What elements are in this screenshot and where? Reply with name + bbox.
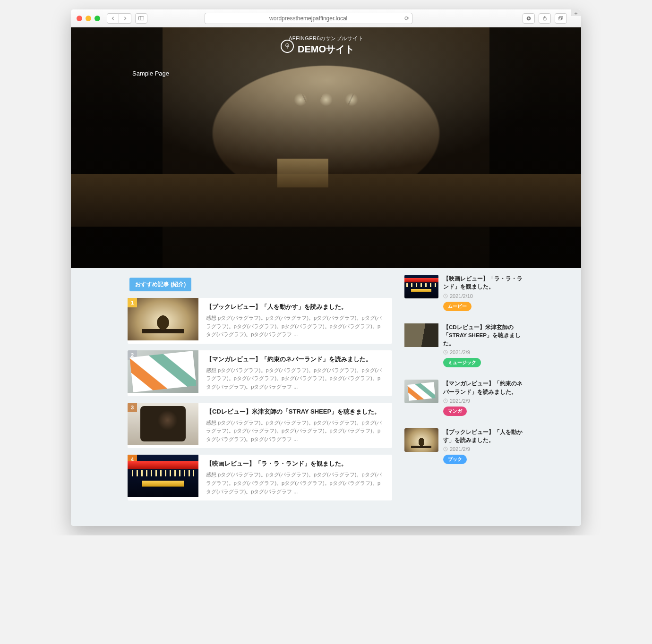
- sidebar-thumbnail: [404, 275, 438, 298]
- clock-icon: [443, 447, 448, 451]
- category-tag[interactable]: ミュージック: [443, 358, 481, 367]
- post-thumbnail: 1: [128, 298, 198, 340]
- site-header: AFFINGER6のサンプルサイト DEMOサイト: [71, 35, 581, 56]
- post-item[interactable]: 3【CDレビュー】米津玄師の「STRAY SHEEP」を聴きました。感想 pタグ…: [128, 403, 392, 449]
- forward-button[interactable]: [119, 13, 131, 24]
- site-title[interactable]: DEMOサイト: [71, 43, 581, 56]
- post-item[interactable]: 4【映画レビュー】「ラ・ラ・ランド」を観ました。感想 pタグ(パラグラフ)。pタ…: [128, 455, 392, 500]
- post-excerpt: 感想 pタグ(パラグラフ)。pタグ(パラグラフ)。pタグ(パラグラフ)。pタグ(…: [206, 419, 386, 444]
- svg-rect-5: [559, 16, 563, 19]
- browser-toolbar: wordpressthemejpaffinger.local ⟳ ＋: [71, 9, 581, 27]
- browser-window: wordpressthemejpaffinger.local ⟳ ＋: [71, 9, 581, 526]
- main-column: おすすめ記事 (紹介) 1【ブックレビュー】「人を動かす」を読みました。感想 p…: [128, 275, 392, 507]
- content-area: おすすめ記事 (紹介) 1【ブックレビュー】「人を動かす」を読みました。感想 p…: [71, 268, 581, 526]
- url-text: wordpressthemejpaffinger.local: [269, 15, 347, 22]
- post-excerpt: 感想 pタグ(パラグラフ)。pタグ(パラグラフ)。pタグ(パラグラフ)。pタグ(…: [206, 314, 386, 339]
- recommend-badge: おすすめ記事 (紹介): [129, 278, 191, 291]
- nav-buttons: [107, 13, 131, 24]
- hero-banner: AFFINGER6のサンプルサイト DEMOサイト Sample Page: [71, 27, 581, 268]
- post-date: 2021/2/10: [443, 293, 524, 299]
- post-body: 【映画レビュー】「ラ・ラ・ランド」を観ました。感想 pタグ(パラグラフ)。pタグ…: [206, 455, 392, 500]
- clock-icon: [443, 398, 448, 403]
- post-thumbnail: 3: [128, 403, 198, 445]
- sidebar-icon: [138, 16, 144, 20]
- post-title[interactable]: 【CDレビュー】米津玄師の「STRAY SHEEP」を聴きました。: [206, 407, 386, 416]
- post-title[interactable]: 【マンガレビュー】「約束のネバーランド」を読みました。: [206, 355, 386, 364]
- sidebar-post[interactable]: 【マンガレビュー】「約束のネバーランド」を読みました。2021/2/9マンガ: [404, 380, 524, 416]
- minimize-window-button[interactable]: [86, 16, 91, 21]
- site-tagline: AFFINGER6のサンプルサイト: [71, 35, 581, 42]
- post-excerpt: 感想 pタグ(パラグラフ)。pタグ(パラグラフ)。pタグ(パラグラフ)。pタグ(…: [206, 471, 386, 496]
- post-thumbnail: 2: [128, 350, 198, 393]
- post-item[interactable]: 1【ブックレビュー】「人を動かす」を読みました。感想 pタグ(パラグラフ)。pタ…: [128, 298, 392, 344]
- post-item[interactable]: 2【マンガレビュー】「約束のネバーランド」を読みました。感想 pタグ(パラグラフ…: [128, 350, 392, 396]
- reload-icon[interactable]: ⟳: [404, 15, 409, 22]
- site-logo-icon[interactable]: [281, 40, 294, 53]
- post-date: 2021/2/9: [443, 349, 524, 355]
- clock-icon: [443, 350, 448, 355]
- post-date: 2021/2/9: [443, 446, 524, 452]
- new-tab-button[interactable]: ＋: [571, 9, 581, 16]
- rank-badge: 1: [128, 298, 137, 307]
- share-icon: [542, 16, 547, 21]
- post-thumbnail: 4: [128, 455, 198, 497]
- share-button[interactable]: [539, 13, 551, 24]
- zoom-window-button[interactable]: [94, 16, 100, 21]
- post-body: 【ブックレビュー】「人を動かす」を読みました。感想 pタグ(パラグラフ)。pタグ…: [206, 298, 392, 344]
- traffic-lights: [77, 16, 100, 21]
- sidebar-post-title[interactable]: 【CDレビュー】米津玄師の「STRAY SHEEP」を聴きました。: [443, 323, 524, 348]
- sidebar-post[interactable]: 【ブックレビュー】「人を動かす」を読みました。2021/2/9ブック: [404, 428, 524, 465]
- tabs-button[interactable]: [555, 13, 567, 24]
- sidebar-toggle-button[interactable]: [135, 13, 147, 24]
- chevron-right-icon: [123, 17, 127, 20]
- sidebar-list: 【映画レビュー】「ラ・ラ・ランド」を観ました。2021/2/10ムービー【CDレ…: [404, 275, 524, 464]
- address-bar[interactable]: wordpressthemejpaffinger.local ⟳: [205, 13, 412, 24]
- post-list: 1【ブックレビュー】「人を動かす」を読みました。感想 pタグ(パラグラフ)。pタ…: [128, 298, 392, 500]
- nav-sample-page[interactable]: Sample Page: [132, 70, 169, 77]
- tabs-icon: [558, 16, 563, 21]
- sidebar-body: 【映画レビュー】「ラ・ラ・ランド」を観ました。2021/2/10ムービー: [443, 275, 524, 311]
- sidebar-body: 【CDレビュー】米津玄師の「STRAY SHEEP」を聴きました。2021/2/…: [443, 323, 524, 368]
- sidebar-post[interactable]: 【映画レビュー】「ラ・ラ・ランド」を観ました。2021/2/10ムービー: [404, 275, 524, 311]
- svg-rect-4: [558, 17, 562, 20]
- clock-icon: [443, 294, 448, 298]
- sidebar-body: 【ブックレビュー】「人を動かす」を読みました。2021/2/9ブック: [443, 428, 524, 465]
- category-tag[interactable]: ムービー: [443, 302, 472, 311]
- back-button[interactable]: [107, 13, 119, 24]
- sidebar: 【映画レビュー】「ラ・ラ・ランド」を観ました。2021/2/10ムービー【CDレ…: [404, 275, 524, 507]
- post-excerpt: 感想 pタグ(パラグラフ)。pタグ(パラグラフ)。pタグ(パラグラフ)。pタグ(…: [206, 366, 386, 391]
- sidebar-thumbnail: [404, 380, 438, 403]
- sidebar-post-title[interactable]: 【映画レビュー】「ラ・ラ・ランド」を観ました。: [443, 275, 524, 291]
- rank-badge: 2: [128, 350, 137, 360]
- post-body: 【CDレビュー】米津玄師の「STRAY SHEEP」を聴きました。感想 pタグ(…: [206, 403, 392, 449]
- sidebar-post[interactable]: 【CDレビュー】米津玄師の「STRAY SHEEP」を聴きました。2021/2/…: [404, 323, 524, 368]
- sidebar-body: 【マンガレビュー】「約束のネバーランド」を読みました。2021/2/9マンガ: [443, 380, 524, 416]
- post-title[interactable]: 【映画レビュー】「ラ・ラ・ランド」を観ました。: [206, 459, 386, 468]
- category-tag[interactable]: マンガ: [443, 407, 467, 416]
- category-tag[interactable]: ブック: [443, 455, 467, 464]
- toolbar-right: [523, 13, 567, 24]
- rank-badge: 3: [128, 403, 137, 412]
- rank-badge: 4: [128, 455, 137, 464]
- post-title[interactable]: 【ブックレビュー】「人を動かす」を読みました。: [206, 303, 386, 311]
- post-body: 【マンガレビュー】「約束のネバーランド」を読みました。感想 pタグ(パラグラフ)…: [206, 350, 392, 396]
- close-window-button[interactable]: [77, 16, 82, 21]
- sidebar-thumbnail: [404, 323, 438, 347]
- chevron-left-icon: [111, 17, 115, 20]
- sidebar-thumbnail: [404, 428, 438, 452]
- tree-icon: [284, 43, 291, 50]
- sidebar-post-title[interactable]: 【マンガレビュー】「約束のネバーランド」を読みました。: [443, 380, 524, 396]
- downloads-button[interactable]: [523, 13, 535, 24]
- svg-rect-0: [139, 17, 144, 20]
- download-icon: [526, 16, 531, 21]
- sidebar-post-title[interactable]: 【ブックレビュー】「人を動かす」を読みました。: [443, 428, 524, 445]
- post-date: 2021/2/9: [443, 398, 524, 404]
